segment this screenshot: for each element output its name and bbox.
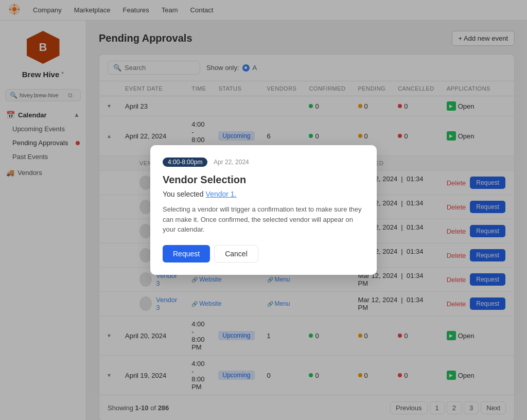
modal-time-badge: 4:00-8:00pm	[163, 157, 207, 167]
modal-actions: Request Cancel	[163, 245, 364, 262]
modal-description: Selecting a vendor will trigger a confir…	[163, 204, 364, 235]
modal-selected-text: You selected Vendor 1.	[163, 190, 364, 198]
modal-title: Vendor Selection	[163, 174, 364, 186]
modal-overlay[interactable]: 4:00-8:00pm Apr 22, 2024 Vendor Selectio…	[0, 0, 527, 420]
vendor-selection-modal: 4:00-8:00pm Apr 22, 2024 Vendor Selectio…	[150, 145, 377, 275]
modal-date: Apr 22, 2024	[214, 159, 249, 166]
modal-request-button[interactable]: Request	[163, 245, 210, 262]
modal-selected-vendor-link[interactable]: Vendor 1.	[206, 190, 237, 198]
modal-cancel-button[interactable]: Cancel	[214, 245, 258, 262]
